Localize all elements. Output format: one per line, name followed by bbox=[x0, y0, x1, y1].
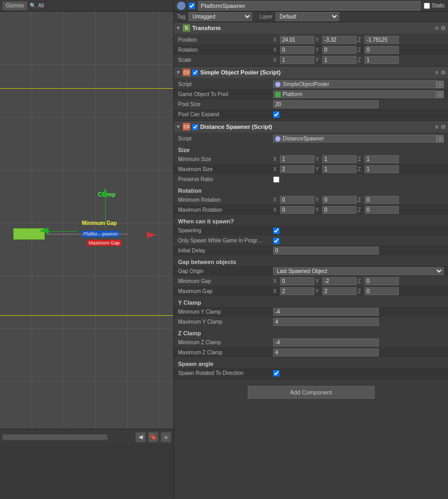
object-active-checkbox[interactable] bbox=[189, 3, 195, 9]
gap-origin-row: Gap Origin Last Spawned Object bbox=[174, 266, 448, 276]
rotation-z-input[interactable] bbox=[365, 46, 399, 54]
min-y-clamp-input[interactable] bbox=[273, 308, 379, 316]
scale-values: X Y Z bbox=[273, 56, 444, 64]
scene-bottom-bar: ◀ 🔖 ≡ bbox=[0, 429, 173, 445]
scale-x-input[interactable] bbox=[280, 56, 314, 64]
position-x-input[interactable] bbox=[280, 36, 314, 44]
only-spawn-checkbox[interactable] bbox=[273, 238, 279, 244]
z-clamp-header: Z Clamp bbox=[174, 327, 448, 337]
transform-section: ▼ ⇅ Transform ≡ ⚙ Position X Y bbox=[174, 22, 448, 67]
spawner-title: Distance Spawner (Script) bbox=[200, 124, 272, 130]
initial-delay-input[interactable] bbox=[273, 247, 379, 255]
max-gap-z-input[interactable] bbox=[365, 287, 399, 295]
min-rot-z-input[interactable] bbox=[365, 196, 399, 204]
min-rot-x-input[interactable] bbox=[280, 196, 314, 204]
transform-header[interactable]: ▼ ⇅ Transform ≡ ⚙ bbox=[174, 22, 448, 34]
scene-scrollbar[interactable] bbox=[2, 434, 108, 440]
pooler-enable-checkbox[interactable] bbox=[192, 70, 198, 76]
spawning-label: Spawning bbox=[178, 228, 273, 233]
pooler-gameobj-ref: Platform bbox=[273, 90, 436, 98]
min-gap-values: X Y Z bbox=[273, 277, 444, 285]
spawner-enable-checkbox[interactable] bbox=[192, 124, 198, 130]
max-size-x-input[interactable] bbox=[280, 165, 314, 173]
spawner-header[interactable]: ▼ C# Distance Spawner (Script) ≡ ⚙ bbox=[174, 121, 448, 133]
min-rot-y-input[interactable] bbox=[322, 196, 357, 204]
mingap-x-axis: X bbox=[273, 278, 279, 284]
transform-title: Transform bbox=[192, 25, 221, 31]
max-z-clamp-input[interactable] bbox=[273, 349, 379, 356]
spawn-rotated-checkbox[interactable] bbox=[273, 370, 279, 376]
maxsz-x-axis: X bbox=[273, 166, 279, 172]
pooler-script-ref-btn[interactable]: ○ bbox=[436, 81, 444, 88]
pooler-gear-icon[interactable]: ⚙ bbox=[441, 69, 446, 76]
pooler-icon: C# bbox=[183, 69, 190, 76]
spawner-script-ref-btn[interactable]: ○ bbox=[436, 135, 444, 143]
max-size-z-input[interactable] bbox=[365, 165, 399, 173]
min-gap-z-field: Z bbox=[358, 277, 399, 285]
pooler-size-input[interactable] bbox=[273, 100, 379, 108]
spawning-checkbox[interactable] bbox=[273, 228, 279, 234]
spawner-body: Script DistanceSpawner ○ Size Minimum Si… bbox=[174, 133, 448, 379]
min-gap-y-input[interactable] bbox=[322, 277, 357, 285]
spawner-gear-icon[interactable]: ⚙ bbox=[441, 124, 446, 130]
position-z-input[interactable] bbox=[365, 36, 399, 44]
pooler-menu-icon[interactable]: ≡ bbox=[435, 69, 438, 76]
object-name-input[interactable] bbox=[198, 1, 421, 11]
max-y-clamp-input[interactable] bbox=[273, 318, 379, 326]
gizmos-button[interactable]: Gizmos bbox=[2, 1, 27, 11]
transform-gear-icon[interactable]: ⚙ bbox=[441, 25, 446, 32]
scale-z-input[interactable] bbox=[365, 56, 399, 64]
max-gap-y-input[interactable] bbox=[322, 287, 357, 295]
add-component-button[interactable]: Add Component bbox=[248, 386, 375, 399]
minsz-z-axis: Z bbox=[358, 156, 364, 162]
max-gap-label: Maximum Gap bbox=[87, 240, 122, 246]
only-spawn-label: Only Spawn While Game In Progr... bbox=[178, 238, 273, 243]
min-gap-z-input[interactable] bbox=[365, 277, 399, 285]
static-checkbox[interactable] bbox=[424, 3, 430, 9]
spawner-menu-icon[interactable]: ≡ bbox=[435, 124, 438, 130]
min-size-y-input[interactable] bbox=[322, 155, 357, 163]
min-size-label: Minimum Size bbox=[178, 156, 273, 162]
rotation-z-field: Z bbox=[358, 46, 399, 54]
minrot-y-axis: Y bbox=[315, 197, 322, 203]
min-size-z-input[interactable] bbox=[365, 155, 399, 163]
preserve-ratio-checkbox[interactable] bbox=[273, 176, 279, 183]
scene-icons: ◀ 🔖 ≡ bbox=[135, 432, 171, 442]
minsz-x-axis: X bbox=[273, 156, 279, 162]
transform-menu-icon[interactable]: ≡ bbox=[435, 25, 438, 31]
position-x-field: X bbox=[273, 36, 314, 44]
scene-icon-bookmark[interactable]: 🔖 bbox=[148, 432, 158, 442]
layer-select[interactable]: Default bbox=[276, 12, 339, 21]
min-rotation-label: Minimum Rotation bbox=[178, 197, 273, 203]
scene-view[interactable]: Clamp Minimum Gap Platfor... pawner Maxi… bbox=[0, 12, 173, 429]
pooler-title: Simple Object Pooler (Script) bbox=[200, 69, 281, 76]
max-gap-x-input[interactable] bbox=[280, 287, 314, 295]
tag-select[interactable]: Untagged bbox=[189, 12, 252, 21]
gap-origin-select[interactable]: Last Spawned Object bbox=[273, 267, 444, 275]
scene-icon-back[interactable]: ◀ bbox=[135, 432, 146, 442]
scene-icon-grid[interactable]: ≡ bbox=[161, 432, 171, 442]
position-z-field: Z bbox=[358, 36, 399, 44]
pooler-gameobj-ref-btn[interactable]: ○ bbox=[436, 91, 444, 98]
rotation-y-input[interactable] bbox=[322, 46, 357, 54]
pooler-expand-checkbox[interactable] bbox=[273, 111, 279, 118]
pooler-header[interactable]: ▼ C# Simple Object Pooler (Script) ≡ ⚙ bbox=[174, 67, 448, 78]
position-y-input[interactable] bbox=[322, 36, 357, 44]
spawn-angle-header: Spawn angle bbox=[174, 357, 448, 368]
spawning-row: Spawning bbox=[174, 225, 448, 236]
max-rot-y-input[interactable] bbox=[322, 206, 357, 214]
scale-y-input[interactable] bbox=[322, 56, 357, 64]
pooler-header-left: ▼ C# Simple Object Pooler (Script) bbox=[176, 69, 433, 76]
max-rot-z-input[interactable] bbox=[365, 206, 399, 214]
arrow-right-icon bbox=[147, 232, 156, 238]
max-size-y-input[interactable] bbox=[322, 165, 357, 173]
max-rot-x-input[interactable] bbox=[280, 206, 314, 214]
min-z-clamp-input[interactable] bbox=[273, 338, 379, 346]
scene-panel: Gizmos 🔍 All Clamp Minimum Gap Platfor..… bbox=[0, 0, 173, 499]
spawner-header-left: ▼ C# Distance Spawner (Script) bbox=[176, 123, 433, 130]
active-checkbox[interactable] bbox=[189, 3, 195, 9]
min-gap-x-input[interactable] bbox=[280, 277, 314, 285]
rotation-x-input[interactable] bbox=[280, 46, 314, 54]
max-rotation-row: Maximum Rotation X Y Z bbox=[174, 205, 448, 215]
min-size-x-input[interactable] bbox=[280, 155, 314, 163]
